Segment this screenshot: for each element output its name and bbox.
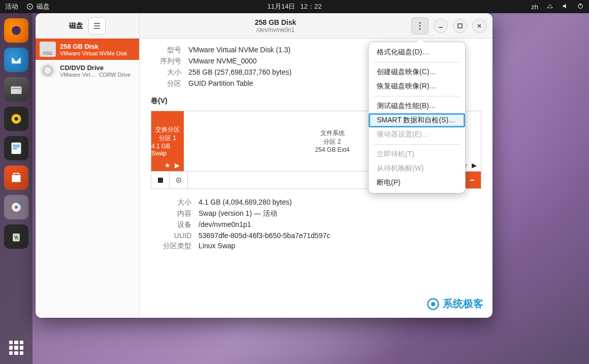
cd-icon bbox=[40, 63, 56, 78]
network-icon[interactable] bbox=[546, 3, 553, 11]
close-button[interactable] bbox=[472, 19, 486, 33]
svg-rect-11 bbox=[13, 147, 20, 148]
menu-separator bbox=[374, 96, 460, 96]
value-vol-ptype: Linux Swap bbox=[199, 242, 481, 251]
label-partitioning: 分区 bbox=[151, 79, 181, 88]
activities-button[interactable]: 活动 bbox=[5, 2, 18, 11]
menu-benchmark[interactable]: 测试磁盘性能(B)… bbox=[369, 99, 465, 113]
disk-menu-popover: 格式化磁盘(D)… 创建磁盘映像(C)… 恢复磁盘映像(R)… 测试磁盘性能(B… bbox=[368, 42, 466, 193]
sidebar-disk-ssd[interactable]: SSD 258 GB Disk VMware Virtual NVMe Disk bbox=[36, 39, 139, 60]
maximize-button[interactable] bbox=[453, 19, 467, 33]
sidebar-disk-sub: VMware Virtual NVMe Disk bbox=[60, 50, 127, 56]
disk-menu-button[interactable] bbox=[411, 17, 429, 35]
svg-rect-12 bbox=[13, 148, 17, 149]
hamburger-icon bbox=[93, 23, 101, 29]
svg-rect-10 bbox=[13, 145, 20, 146]
svg-rect-13 bbox=[12, 175, 20, 182]
svg-point-18 bbox=[419, 22, 421, 23]
value-vol-device: /dev/nvme0n1p1 bbox=[199, 220, 481, 229]
label-vol-uuid: UUID bbox=[151, 231, 191, 240]
menu-smart[interactable]: SMART 数据和自检(S)… bbox=[369, 113, 465, 127]
input-method-indicator[interactable]: zh bbox=[531, 3, 538, 11]
svg-point-28 bbox=[431, 302, 435, 306]
value-vol-size: 4.1 GB (4,094,689,280 bytes) bbox=[199, 198, 481, 207]
watermark: 系统极客 bbox=[427, 297, 483, 311]
menu-standby: 立即待机(T) bbox=[369, 147, 465, 161]
date-label: 11月14日 bbox=[268, 2, 296, 11]
dock-item-firefox[interactable] bbox=[4, 18, 28, 43]
close-icon bbox=[476, 23, 482, 29]
kebab-icon bbox=[419, 22, 421, 30]
svg-rect-5 bbox=[11, 86, 21, 94]
partition-number: 分区 2 bbox=[323, 138, 341, 146]
svg-point-25 bbox=[178, 179, 179, 181]
watermark-icon bbox=[427, 297, 440, 311]
value-vol-uuid: 53697dfe-805d-46f3-b650-5ba7e71d597c bbox=[199, 231, 481, 240]
app-indicator[interactable]: 磁盘 bbox=[26, 2, 50, 11]
disk-sidebar: SSD 258 GB Disk VMware Virtual NVMe Disk… bbox=[36, 39, 140, 318]
power-icon[interactable] bbox=[577, 3, 584, 11]
dock-item-disks[interactable] bbox=[4, 195, 28, 219]
hamburger-button[interactable] bbox=[88, 17, 106, 35]
svg-point-4 bbox=[12, 26, 21, 35]
label-vol-size: 大小 bbox=[151, 198, 191, 207]
ssd-icon: SSD bbox=[40, 42, 56, 57]
label-model: 型号 bbox=[151, 46, 181, 55]
top-bar: 活动 磁盘 11月14日 12：22 zh bbox=[0, 0, 589, 13]
label-serial: 序列号 bbox=[151, 57, 181, 66]
sidebar-disk-name: 258 GB Disk bbox=[60, 43, 127, 50]
dock-item-files[interactable] bbox=[4, 77, 28, 102]
menu-separator bbox=[374, 144, 460, 145]
menu-poweroff[interactable]: 断电(P) bbox=[369, 176, 465, 190]
value-vol-content: Swap (version 1) — 活动 bbox=[199, 209, 481, 218]
stop-icon bbox=[157, 177, 163, 183]
label-vol-ptype: 分区类型 bbox=[151, 242, 191, 251]
menu-drive-settings: 驱动器设置(E)… bbox=[369, 127, 465, 142]
menu-create-image[interactable]: 创建磁盘映像(C)… bbox=[369, 65, 465, 79]
partition-swap[interactable]: 交换分区 分区 1 4.1 GB Swap ★ ▶ bbox=[151, 111, 184, 171]
svg-rect-23 bbox=[158, 178, 163, 183]
window-title: 258 GB Disk bbox=[255, 18, 297, 26]
dock-show-apps[interactable] bbox=[9, 341, 23, 355]
window-subtitle: /dev/nvme0n1 bbox=[256, 26, 294, 34]
maximize-icon bbox=[457, 23, 463, 29]
dock-item-thunderbird[interactable] bbox=[4, 48, 28, 72]
partition-size: 4.1 GB Swap bbox=[151, 143, 184, 157]
sidebar-title: 磁盘 bbox=[69, 21, 83, 30]
partition-number: 分区 1 bbox=[159, 134, 176, 143]
dock-item-rhythmbox[interactable] bbox=[4, 107, 28, 131]
menu-separator bbox=[374, 62, 460, 62]
svg-point-20 bbox=[419, 28, 421, 29]
svg-rect-6 bbox=[12, 88, 21, 89]
titlebar: 磁盘 258 GB Disk /dev/nvme0n1 bbox=[36, 13, 493, 39]
minimize-icon bbox=[438, 23, 444, 29]
active-indicator-icon: ★ ▶ bbox=[165, 161, 181, 169]
menu-restore-image[interactable]: 恢复磁盘映像(R)… bbox=[369, 79, 465, 93]
volume-settings-button[interactable] bbox=[170, 172, 188, 188]
watermark-text: 系统极客 bbox=[443, 297, 483, 311]
dock bbox=[0, 13, 32, 364]
dock-item-trash[interactable] bbox=[4, 224, 28, 249]
dock-item-libreoffice[interactable] bbox=[4, 136, 28, 160]
sidebar-disk-name: CD/DVD Drive bbox=[60, 64, 130, 72]
stop-button[interactable] bbox=[151, 172, 170, 188]
svg-point-16 bbox=[15, 206, 17, 208]
volume-icon[interactable] bbox=[562, 3, 569, 11]
partition-label: 交换分区 bbox=[155, 125, 180, 134]
app-indicator-label: 磁盘 bbox=[37, 2, 50, 11]
partition-size: 254 GB Ext4 bbox=[315, 146, 349, 153]
dock-item-software[interactable] bbox=[4, 166, 28, 190]
menu-wake: 从待机唤醒(W) bbox=[369, 161, 465, 176]
label-vol-device: 设备 bbox=[151, 220, 191, 229]
svg-point-8 bbox=[15, 117, 18, 121]
minus-icon bbox=[469, 177, 476, 184]
svg-point-1 bbox=[29, 6, 31, 8]
svg-point-19 bbox=[419, 25, 421, 26]
clock[interactable]: 11月14日 12：22 bbox=[268, 2, 322, 11]
svg-rect-22 bbox=[458, 24, 462, 28]
sidebar-disk-cd[interactable]: CD/DVD Drive VMware Virt… CDRW Drive bbox=[36, 60, 139, 81]
minimize-button[interactable] bbox=[434, 19, 448, 33]
sidebar-disk-sub: CDRW Drive bbox=[99, 72, 131, 78]
menu-format-disk[interactable]: 格式化磁盘(D)… bbox=[369, 45, 465, 59]
time-label: 12：22 bbox=[301, 2, 322, 11]
